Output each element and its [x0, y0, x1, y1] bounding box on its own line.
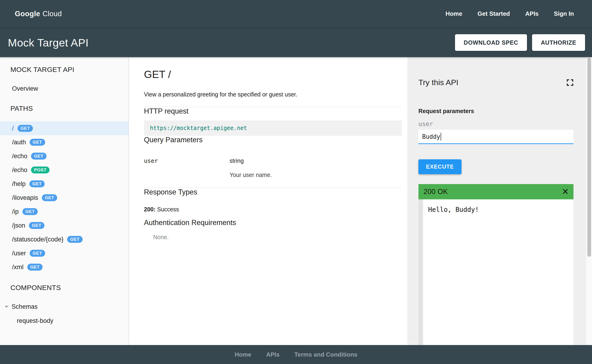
logo-google-text: Google — [15, 10, 40, 18]
method-badge-get: GET — [42, 194, 57, 201]
sidebar-item-path-statuscode[interactable]: /statuscode/{code} GET — [0, 232, 128, 246]
footer: Home APIs Terms and Conditions — [0, 345, 592, 364]
scrollbar-thumb[interactable] — [587, 58, 591, 257]
path-label: /help — [12, 180, 26, 188]
fullscreen-icon[interactable] — [566, 79, 573, 86]
response-block: 200 OK ✕ Hello, Buddy! — [418, 184, 573, 345]
sidebar-item-path-json[interactable]: /json GET — [0, 219, 128, 232]
http-request-url: https://mocktarget.apigee.net — [150, 125, 247, 131]
response-body-row: Hello, Buddy! — [418, 199, 573, 345]
page: Google Cloud Home Get Started APIs Sign … — [0, 0, 592, 364]
query-parameter-row: user string — [144, 157, 402, 164]
download-spec-button[interactable]: DOWNLOAD SPEC — [455, 34, 527, 51]
path-label: /echo — [12, 167, 27, 174]
endpoint-description: View a personalized greeting for the spe… — [144, 91, 402, 98]
sidebar-item-path-ip[interactable]: /ip GET — [0, 205, 128, 219]
path-label: /ip — [12, 208, 19, 215]
close-icon[interactable]: ✕ — [562, 188, 569, 196]
sidebar-item-overview[interactable]: Overview — [0, 82, 128, 95]
path-label: /xml — [12, 264, 24, 271]
try-api-title-row: Try this API — [418, 78, 573, 87]
sidebar-api-title: MOCK TARGET API — [0, 63, 128, 76]
header-buttons: DOWNLOAD SPEC AUTHORIZE — [455, 34, 585, 51]
query-parameter-description: Your user name. — [144, 172, 402, 178]
execute-button[interactable]: EXECUTE — [418, 159, 461, 174]
sidebar-item-path-xml[interactable]: /xml GET — [0, 260, 128, 274]
sidebar-item-path-auth[interactable]: /auth GET — [0, 135, 128, 149]
query-parameters-heading: Query Parameters — [144, 136, 402, 144]
method-badge-post: POST — [31, 167, 50, 173]
sidebar: MOCK TARGET API Overview PATHS / GET /au… — [0, 57, 129, 345]
response-body: Hello, Buddy! — [423, 199, 573, 345]
http-request-url-box: https://mocktarget.apigee.net — [144, 120, 402, 136]
sidebar-item-path-echo-get[interactable]: /echo GET — [0, 149, 128, 163]
page-scrollbar — [586, 57, 592, 345]
http-request-heading: HTTP request — [144, 107, 402, 115]
endpoint-title: GET / — [144, 68, 402, 80]
path-label: /iloveapis — [12, 194, 38, 202]
sidebar-components-heading: COMPONENTS — [0, 281, 128, 294]
request-parameters-label: Request parameters — [418, 108, 573, 115]
chevron-down-icon — [5, 306, 8, 308]
sidebar-item-path-iloveapis[interactable]: /iloveapis GET — [0, 191, 128, 205]
sidebar-item-path-echo-post[interactable]: /echo POST — [0, 163, 128, 177]
authorize-button[interactable]: AUTHORIZE — [532, 34, 585, 51]
nav-link-apis[interactable]: APIs — [525, 10, 539, 17]
nav-link-sign-in[interactable]: Sign In — [554, 10, 574, 17]
path-label: /json — [12, 222, 25, 229]
query-parameter-name: user — [144, 157, 230, 164]
footer-link-terms[interactable]: Terms and Conditions — [294, 351, 358, 358]
sidebar-item-path-user[interactable]: /user GET — [0, 246, 128, 260]
sidebar-paths-heading: PATHS — [0, 102, 128, 115]
google-cloud-logo[interactable]: Google Cloud — [15, 10, 62, 18]
try-api-panel: Try this API Request parameters user Bud… — [407, 57, 586, 345]
method-badge-get: GET — [27, 264, 43, 271]
top-nav: Google Cloud Home Get Started APIs Sign … — [0, 0, 592, 28]
path-label: / — [12, 125, 14, 132]
path-label: /auth — [12, 139, 26, 146]
sidebar-components-section: COMPONENTS Schemas request-body — [0, 281, 128, 327]
nav-links: Home Get Started APIs Sign In — [446, 10, 574, 17]
sidebar-item-path-root[interactable]: / GET — [0, 121, 128, 135]
footer-link-home[interactable]: Home — [235, 351, 251, 358]
nav-link-get-started[interactable]: Get Started — [477, 10, 510, 17]
content-row: MOCK TARGET API Overview PATHS / GET /au… — [0, 57, 592, 345]
method-badge-get: GET — [30, 139, 45, 146]
path-label: /statuscode/{code} — [12, 236, 63, 243]
response-types-heading: Response Types — [144, 188, 402, 196]
sidebar-paths-list: / GET /auth GET /echo GET /echo POST /he… — [0, 121, 128, 274]
sidebar-item-path-help[interactable]: /help GET — [0, 177, 128, 191]
query-parameter-type: string — [230, 157, 244, 164]
auth-requirements-value: None. — [144, 234, 402, 240]
response-status: 200 OK — [423, 188, 448, 196]
method-badge-get: GET — [29, 180, 45, 187]
method-badge-get: GET — [18, 125, 33, 132]
text-caret — [441, 133, 441, 141]
sidebar-item-request-body[interactable]: request-body — [0, 314, 128, 327]
response-status-bar: 200 OK ✕ — [418, 184, 573, 199]
try-api-title: Try this API — [418, 78, 459, 87]
response-type-entry: 200: Success — [144, 206, 402, 213]
user-param-input[interactable]: Buddy — [418, 130, 573, 144]
response-code: 200: — [144, 206, 156, 213]
page-header: Mock Target API DOWNLOAD SPEC AUTHORIZE — [0, 28, 592, 57]
response-text: Success — [156, 206, 179, 213]
footer-link-apis[interactable]: APIs — [266, 351, 280, 358]
method-badge-get: GET — [31, 153, 46, 160]
method-badge-get: GET — [67, 236, 83, 243]
nav-link-home[interactable]: Home — [446, 10, 462, 17]
main-content: GET / View a personalized greeting for t… — [129, 57, 407, 345]
auth-requirements-heading: Authentication Requirements — [144, 219, 402, 227]
param-user-label: user — [418, 120, 573, 127]
logo-cloud-text: Cloud — [43, 10, 62, 18]
page-title: Mock Target API — [8, 36, 89, 49]
path-label: /user — [12, 250, 26, 257]
method-badge-get: GET — [29, 222, 44, 229]
path-label: /echo — [12, 153, 27, 160]
method-badge-get: GET — [30, 250, 45, 257]
method-badge-get: GET — [22, 208, 38, 215]
sidebar-item-schemas[interactable]: Schemas — [0, 300, 128, 313]
response-scrollbar-gutter — [418, 199, 423, 345]
user-param-value: Buddy — [422, 133, 440, 140]
